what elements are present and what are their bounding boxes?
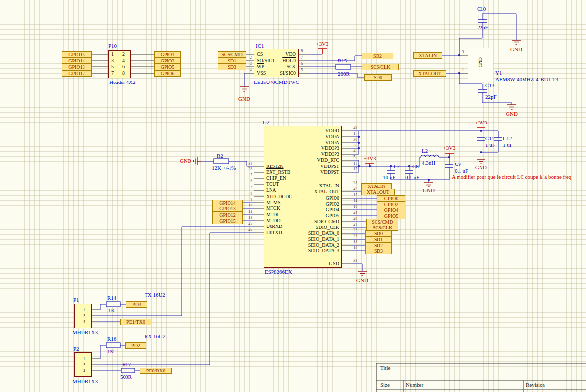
port-scs-cmd-ic1[interactable]: SCS/CMD <box>218 51 246 58</box>
u2-pin-u0txd: U0TXD <box>266 230 282 236</box>
port-gpio1[interactable]: GPIO1 <box>154 51 181 58</box>
port-gpio6[interactable]: GPIO6 <box>154 70 181 77</box>
y1-value: ABM8W-40MHZ-4-B1U-T3 <box>495 76 558 83</box>
ic1-pin-vss: VSS <box>257 70 266 76</box>
u2-num-13: 13 <box>248 215 252 220</box>
c10-value: 22pF <box>477 24 488 31</box>
u2-num-28: 28 <box>353 180 357 185</box>
u2-num-25: 25 <box>248 221 252 226</box>
capacitor-c7 <box>387 170 395 173</box>
ic1-pin-si: SI/SIO0 <box>280 70 296 76</box>
resistor-r15 <box>336 64 351 69</box>
r15-designator: R15 <box>338 58 347 64</box>
pwr-bar-vddpst <box>365 163 374 166</box>
port-gpio5-p10[interactable]: GPIO5 <box>154 64 181 70</box>
port-gpio14-p10[interactable]: GPIO14 <box>62 58 92 64</box>
u2-num-12: 12 <box>248 209 252 214</box>
p10-pin4: 4 <box>122 58 125 63</box>
p2-pin3: 3 <box>83 368 85 373</box>
ic1-num-3: 3 <box>250 61 252 66</box>
u2-num-18: 18 <box>353 239 357 244</box>
port-pe0-rx0[interactable]: PE0/RX0 <box>140 368 172 374</box>
u2-num-20: 20 <box>353 216 357 221</box>
u2-pin-vdd3p3-1: VDD3P3 <box>321 145 339 151</box>
l2-designator: L2 <box>422 148 428 154</box>
gnd-symbol-y1-top <box>512 40 521 44</box>
u2-num-1: 1 <box>353 131 356 136</box>
u2-num-8: 8 <box>251 191 253 196</box>
u2-num-29: 29 <box>353 125 357 130</box>
c13-designator: C13 <box>485 83 494 89</box>
port-pd3[interactable]: PD3 <box>126 301 147 308</box>
u2-num-6: 6 <box>251 178 253 183</box>
ic1-num-7: 7 <box>301 55 303 60</box>
ic1-num-1: 1 <box>250 48 252 53</box>
port-sd2-ic1[interactable]: SD2 <box>362 53 393 59</box>
u2-pin-vdd3p3-2: VDD3P3 <box>321 151 339 157</box>
titleblock-size-value: A4 <box>381 390 388 392</box>
capacitor-c13 <box>478 89 487 92</box>
r14-designator: R14 <box>107 295 116 301</box>
gnd-r2-label: GND <box>180 158 191 164</box>
p1-value: MHDR1X3 <box>72 330 98 336</box>
port-sd3-ic1[interactable]: SD3 <box>218 64 246 70</box>
u2-pin-vdda-2: VDDA <box>325 140 339 145</box>
titleblock-size-label: Size <box>380 382 390 388</box>
power-symbols <box>318 49 485 166</box>
u2-pin-lna: LNA <box>266 187 276 193</box>
p10-designator: P10 <box>108 43 117 49</box>
capacitor-c8 <box>405 170 413 173</box>
u2-pin-xtal-in: XTAL_IN <box>319 183 339 189</box>
y1-gnd-pin: GND <box>478 57 483 68</box>
gnd-u2-label: GND <box>356 277 368 284</box>
pwr-bar-ic1 <box>318 49 327 54</box>
resistor-r2 <box>214 159 229 164</box>
c13-value: 22pF <box>485 94 497 100</box>
port-sd0-ic1[interactable]: SD0 <box>364 74 392 81</box>
resistor-r14 <box>106 302 120 307</box>
u2-pin-sdio-cmd: SDIO_CMD <box>314 219 339 225</box>
port-sd3-u2[interactable]: SD3 <box>365 248 392 254</box>
port-gpio15-p10[interactable]: GPIO15 <box>62 51 92 58</box>
u2-num-31: 31 <box>248 161 252 165</box>
resistor-r17 <box>121 368 135 373</box>
p1-designator: P1 <box>73 297 79 303</box>
y1-designator: Y1 <box>495 70 502 76</box>
u2-num-14: 14 <box>353 198 357 203</box>
c7-designator: C7 <box>394 164 400 170</box>
port-xtalout-u2[interactable]: XTALOUT <box>361 189 395 195</box>
titleblock-title-label: Title <box>380 365 390 371</box>
u2-pin-vddpst-1: VDDPST <box>320 164 339 169</box>
port-gpio12-p10[interactable]: GPIO12 <box>62 70 92 77</box>
u2-pin-vddpst-2: VDDPST <box>320 169 339 175</box>
port-pd2[interactable]: PD2 <box>125 342 146 349</box>
pwr-bar-l2 <box>445 153 454 157</box>
inductor-l2[interactable] <box>421 155 439 158</box>
port-pe1-tx0[interactable]: PE1/TX0 <box>120 319 151 325</box>
port-scs-clk-ic1[interactable]: SCS/CLK <box>362 64 399 70</box>
gnd-symbol-u2 <box>358 271 367 276</box>
p10-pin5: 5 <box>111 64 114 70</box>
u2-pin-sdio-data3: SDIO_DATA_3 <box>308 248 339 254</box>
port-gpio15-u2[interactable]: GPIO15 <box>212 218 243 224</box>
ic1-pin-hold: HOLD <box>282 58 296 63</box>
r16-designator: R16 <box>107 336 116 342</box>
u2-num-3: 3 <box>353 143 356 147</box>
p2-pin1: 1 <box>83 356 85 362</box>
port-xtalout-y1[interactable]: XTALOUT <box>413 70 446 77</box>
port-sd1-ic1[interactable]: SD1 <box>218 58 246 64</box>
port-gpio13-u2[interactable]: GPIO13 <box>212 206 243 212</box>
ic1-num-5: 5 <box>301 67 303 72</box>
ic1-num-6: 6 <box>301 61 303 66</box>
c8-designator: C8 <box>412 164 419 170</box>
gnd-symbol-y1-bot <box>507 105 516 109</box>
port-gpio13-p10[interactable]: GPIO13 <box>62 64 92 70</box>
ic1-pin-so: SO/SIO1 <box>257 58 275 63</box>
u2-num-16: 16 <box>353 204 357 209</box>
u2-pin-vddd: VDDD <box>325 128 339 134</box>
capacitor-c9 <box>445 165 453 167</box>
p10-pin3: 3 <box>111 58 114 63</box>
u2-pin-mtms: MTMS <box>266 200 280 206</box>
port-xtalin-y1[interactable]: XTALIN <box>413 52 442 59</box>
port-gpio3[interactable]: GPIO3 <box>154 58 181 64</box>
